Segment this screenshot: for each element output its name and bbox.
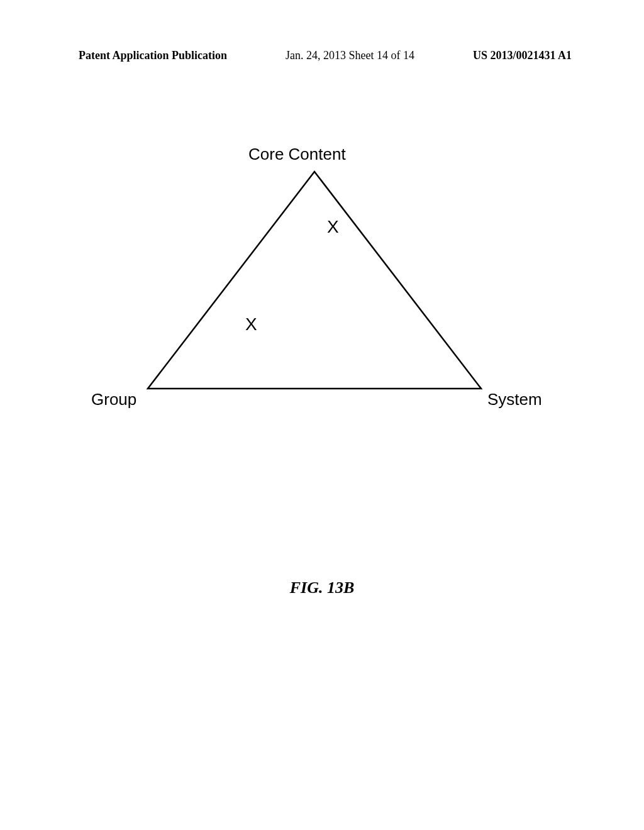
figure-diagram: Core Content Group System X X xyxy=(79,145,569,421)
header-publication-number: US 2013/0021431 A1 xyxy=(473,49,572,62)
page-header: Patent Application Publication Jan. 24, … xyxy=(0,49,644,62)
triangle-shape xyxy=(138,169,491,395)
vertex-label-right: System xyxy=(487,390,542,409)
data-point-mark-2: X xyxy=(245,314,257,335)
vertex-label-top: Core Content xyxy=(248,145,346,164)
vertex-label-left: Group xyxy=(91,390,136,409)
svg-marker-0 xyxy=(148,172,481,389)
header-date-sheet: Jan. 24, 2013 Sheet 14 of 14 xyxy=(286,49,414,62)
header-publication-type: Patent Application Publication xyxy=(79,49,227,62)
figure-caption: FIG. 13B xyxy=(0,578,644,597)
data-point-mark-1: X xyxy=(327,217,339,237)
